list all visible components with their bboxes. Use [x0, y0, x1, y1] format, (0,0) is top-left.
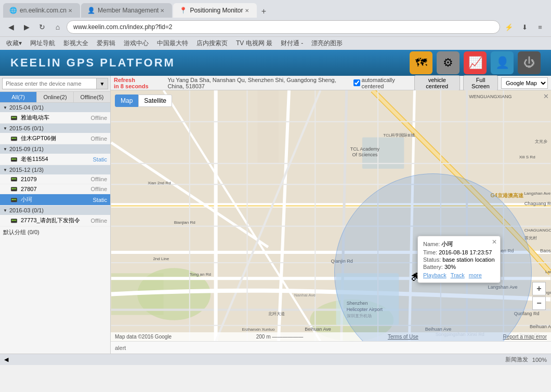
svg-text:Tong an Rd: Tong an Rd	[190, 272, 211, 277]
device-list-item[interactable]: 📟 佳木GPT06侧 Offline	[0, 133, 110, 144]
bookmark-item[interactable]: TV 电视网 最	[234, 38, 274, 48]
more-link[interactable]: more	[469, 272, 482, 278]
back-button[interactable]: ◀	[4, 20, 18, 34]
device-list-item[interactable]: 📟 小珂 Static	[0, 194, 110, 206]
group-header[interactable]: ▼2015-05 (0/1)	[0, 124, 110, 133]
group-triangle-icon: ▼	[3, 105, 7, 110]
toolbar-location: Yu Yang Da Sha, Nanshan Qu, Shenzhen Shi…	[167, 77, 350, 89]
app-title: KEELIN GPS PLATFORM	[10, 56, 175, 70]
tab-favicon: 📍	[179, 7, 187, 14]
menu-button[interactable]: ⚡	[502, 20, 516, 34]
report-link[interactable]: Report a map error	[503, 334, 546, 340]
status-bar: ◀ 新闻激发 100%	[0, 354, 551, 365]
device-list-item[interactable]: 📟 27807 Offline	[0, 184, 110, 194]
svg-text:Erzhanxin Xunluo: Erzhanxin Xunluo	[242, 327, 275, 332]
group-header[interactable]: ▼2016-03 (0/1)	[0, 206, 110, 215]
map-toolbar: Refresh in 8 seconds Yu Yang Da Sha, Nan…	[111, 76, 551, 90]
full-screen-button[interactable]: Full Screen	[463, 75, 498, 91]
user-icon-button[interactable]: 👤	[491, 51, 514, 74]
bookmark-item[interactable]: 店内搜索页	[194, 38, 230, 48]
popup-name-label: Name:	[423, 241, 440, 247]
news-button[interactable]: 新闻激发	[505, 356, 528, 363]
tab-close-button[interactable]: ✕	[67, 7, 74, 14]
map-view-button[interactable]: Map	[115, 94, 138, 107]
device-name-label: 27773_请勿乱下发指令	[21, 217, 88, 224]
bookmark-item[interactable]: 收藏▾	[4, 38, 24, 48]
satellite-view-button[interactable]: Satellite	[138, 94, 172, 107]
bookmark-item[interactable]: 爱剪辑	[95, 38, 117, 48]
default-group-label: 默认分组 (0/0)	[0, 226, 110, 238]
map-icon-button[interactable]: 🗺	[410, 51, 432, 74]
bookmark-item[interactable]: 网址导航	[28, 38, 57, 48]
vehicle-centered-button[interactable]: vehicle centered	[414, 75, 461, 91]
map-close-button[interactable]: ✕	[543, 92, 549, 100]
zoom-level: 100%	[532, 357, 547, 363]
power-icon-button[interactable]: ⏻	[518, 51, 541, 74]
group-label: 2015-05 (0/1)	[9, 125, 44, 131]
device-list-item[interactable]: 📟 老爸11554 Static	[0, 154, 110, 165]
group-header[interactable]: ▼2015-04 (0/1)	[0, 103, 110, 112]
popup-name-value: 小珂	[441, 241, 453, 247]
device-status-badge: Offline	[90, 218, 107, 224]
bookmark-item[interactable]: 财付通 -	[279, 38, 305, 48]
url-input[interactable]	[67, 20, 500, 34]
auto-centered-checkbox-label[interactable]: automatically centered	[353, 77, 411, 89]
svg-text:Xili S Rd: Xili S Rd	[519, 155, 535, 159]
device-list-item[interactable]: 📟 21079 Offline	[0, 174, 110, 184]
bookmark-item[interactable]: 游戏中心	[122, 38, 151, 48]
home-button[interactable]: ⌂	[51, 20, 64, 34]
svg-text:Beihuan Ave: Beihuan Ave	[530, 324, 551, 329]
search-dropdown-arrow[interactable]: ▼	[97, 78, 108, 89]
popup-close-button[interactable]: ✕	[492, 238, 497, 246]
bookmark-item[interactable]: 影视大全	[61, 38, 90, 48]
map-container[interactable]: TCL Academy Of Sciences TCL科学国际B城 G4京港澳高…	[111, 90, 551, 341]
bookmark-item[interactable]: 漂亮的图形	[309, 38, 345, 48]
tab-label: Member Management	[98, 7, 159, 14]
device-name-label: 雅迪电动车	[21, 114, 88, 121]
tab-close-button[interactable]: ✕	[159, 7, 166, 14]
browser-tab-tab3[interactable]: 📍 Positioning Monitor ✕	[173, 3, 256, 18]
track-link[interactable]: Track	[451, 272, 465, 278]
tab-label: Positioning Monitor	[190, 7, 243, 14]
playback-link[interactable]: Playback	[423, 272, 447, 278]
tab-bar: 🌐 en.eelink.com.cn ✕👤 Member Management …	[0, 0, 551, 18]
device-icon: 📟	[10, 156, 19, 163]
chart-icon-button[interactable]: 📈	[464, 51, 487, 74]
refresh-button[interactable]: ↻	[35, 20, 49, 34]
device-list-item[interactable]: 📟 雅迪电动车 Offline	[0, 112, 110, 124]
group-header[interactable]: ▼2015-09 (1/1)	[0, 144, 110, 154]
group-label: 2015-09 (1/1)	[9, 146, 44, 152]
device-icon: 📟	[10, 176, 19, 182]
map-type-select[interactable]: Google MapBaidu MapOpenStreet	[501, 77, 548, 89]
new-tab-button[interactable]: +	[258, 5, 270, 18]
device-icon: 📟	[10, 136, 19, 142]
popup-time-label: Time:	[423, 249, 437, 255]
device-search-input[interactable]	[2, 78, 97, 89]
settings-button[interactable]: ≡	[533, 20, 547, 34]
browser-tab-tab2[interactable]: 👤 Member Management ✕	[81, 3, 172, 18]
tab-close-button[interactable]: ✕	[243, 7, 251, 14]
bookmark-item[interactable]: 中国最大特	[155, 38, 190, 48]
device-tab-offline-5-[interactable]: Offline(5)	[74, 92, 110, 102]
tab-favicon: 👤	[87, 7, 95, 14]
auto-centered-checkbox[interactable]	[353, 79, 360, 86]
device-tab-all-7-[interactable]: All(7)	[0, 92, 37, 102]
map-data-label: Map data ©2016 Google	[115, 334, 172, 340]
svg-text:2nd Line: 2nd Line	[153, 256, 169, 261]
forward-button[interactable]: ▶	[20, 20, 33, 34]
group-header[interactable]: ▼2015-12 (1/3)	[0, 165, 110, 174]
map-controls: + −	[532, 282, 546, 310]
zoom-out-button[interactable]: −	[532, 296, 546, 310]
browser-tab-tab1[interactable]: 🌐 en.eelink.com.cn ✕	[3, 3, 80, 18]
sidebar: ▼ All(7)Online(2)Offline(5) ▼2015-04 (0/…	[0, 76, 111, 354]
settings-icon-button[interactable]: ⚙	[437, 51, 460, 74]
device-tab-online-2-[interactable]: Online(2)	[37, 92, 74, 102]
status-left-button[interactable]: ◀	[4, 356, 8, 363]
device-status-badge: Offline	[90, 136, 107, 142]
device-name-label: 老爸11554	[21, 155, 90, 163]
right-panel: Refresh in 8 seconds Yu Yang Da Sha, Nan…	[111, 76, 551, 354]
device-status-badge: Offline	[90, 115, 107, 121]
download-button[interactable]: ⬇	[518, 20, 531, 34]
zoom-in-button[interactable]: +	[532, 282, 546, 295]
device-list-item[interactable]: 📟 27773_请勿乱下发指令 Offline	[0, 215, 110, 226]
